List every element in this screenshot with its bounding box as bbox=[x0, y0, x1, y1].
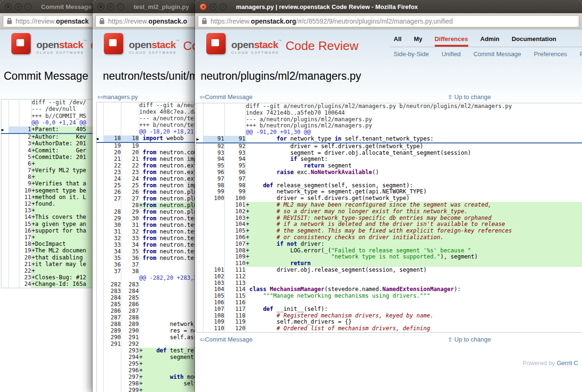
old-line-number[interactable] bbox=[9, 248, 19, 254]
old-line-number[interactable] bbox=[203, 234, 225, 241]
old-line-number[interactable]: 33 bbox=[104, 242, 121, 249]
new-line-number[interactable]: 299 bbox=[121, 387, 139, 392]
new-line-number[interactable]: 289 bbox=[121, 321, 139, 328]
old-line-number[interactable]: 37 bbox=[104, 268, 121, 275]
maximize-icon[interactable]: ▫ bbox=[219, 3, 227, 10]
new-line-number[interactable] bbox=[225, 110, 246, 117]
new-line-number[interactable]: 117 bbox=[225, 306, 246, 313]
old-line-number[interactable] bbox=[104, 381, 121, 387]
old-line-number[interactable] bbox=[203, 123, 225, 129]
new-line-number[interactable]: 94 bbox=[225, 156, 246, 163]
url-input[interactable]: https://review.openstack.org/#/c/85592/9… bbox=[198, 15, 579, 27]
subtab-unified[interactable]: Unified bbox=[441, 50, 460, 58]
old-line-number[interactable]: 288 bbox=[104, 321, 121, 328]
old-line-number[interactable]: 35 bbox=[104, 255, 121, 262]
old-line-number[interactable]: 27 bbox=[104, 196, 121, 202]
old-line-number[interactable]: 92 bbox=[203, 143, 225, 150]
old-line-number[interactable]: 26 bbox=[104, 189, 121, 196]
old-line-number[interactable] bbox=[203, 248, 225, 254]
old-line-number[interactable] bbox=[9, 194, 19, 201]
new-line-number[interactable]: 105 bbox=[225, 228, 246, 234]
close-icon[interactable]: × bbox=[97, 3, 104, 10]
new-line-number[interactable]: 296 bbox=[121, 367, 139, 374]
new-line-number[interactable]: 18 bbox=[121, 135, 139, 142]
tab-differences[interactable]: Differences bbox=[435, 35, 468, 47]
old-line-number[interactable] bbox=[9, 187, 19, 194]
old-line-number[interactable] bbox=[9, 113, 19, 119]
subtab-commit-message[interactable]: Commit Message bbox=[473, 50, 521, 58]
new-line-number[interactable]: 100 bbox=[225, 195, 246, 202]
old-line-number[interactable]: 32 bbox=[104, 235, 121, 242]
old-line-number[interactable]: 19 bbox=[104, 142, 121, 150]
new-line-number[interactable]: 107 bbox=[225, 241, 246, 248]
subtab-patch-sets[interactable]: Patch bbox=[580, 50, 582, 58]
new-line-number[interactable] bbox=[225, 117, 246, 123]
back-link[interactable]: managers.py bbox=[102, 93, 138, 100]
old-line-number[interactable] bbox=[104, 387, 121, 392]
old-line-number[interactable] bbox=[104, 367, 121, 374]
old-line-number[interactable] bbox=[9, 106, 19, 113]
new-line-number[interactable]: 291 bbox=[121, 334, 139, 341]
new-line-number[interactable]: 293 bbox=[121, 348, 139, 354]
old-line-number[interactable]: 285 bbox=[104, 301, 121, 308]
new-line-number[interactable] bbox=[121, 275, 139, 282]
new-line-number[interactable]: 285 bbox=[121, 295, 139, 301]
new-line-number[interactable]: 106 bbox=[225, 234, 246, 241]
new-line-number[interactable]: 2 bbox=[19, 133, 32, 141]
new-line-number[interactable]: 93 bbox=[225, 150, 246, 157]
minimize-icon[interactable]: – bbox=[107, 3, 114, 10]
old-line-number[interactable]: 290 bbox=[104, 334, 121, 341]
old-line-number[interactable]: 99 bbox=[203, 189, 225, 195]
new-line-number[interactable]: 29 bbox=[121, 209, 139, 216]
new-line-number[interactable]: 118 bbox=[225, 313, 246, 319]
old-line-number[interactable] bbox=[9, 228, 19, 234]
new-line-number[interactable]: 7 bbox=[19, 167, 32, 174]
new-line-number[interactable]: 115 bbox=[225, 293, 246, 300]
new-line-number[interactable]: 36 bbox=[121, 255, 139, 262]
new-line-number[interactable]: 6 bbox=[19, 161, 32, 167]
old-line-number[interactable] bbox=[104, 116, 121, 122]
old-line-number[interactable] bbox=[9, 221, 19, 227]
new-line-number[interactable]: 25 bbox=[121, 183, 139, 189]
old-line-number[interactable]: 287 bbox=[104, 315, 121, 321]
old-line-number[interactable]: 97 bbox=[203, 176, 225, 183]
new-line-number[interactable]: 32 bbox=[121, 229, 139, 235]
new-line-number[interactable]: 17 bbox=[19, 234, 32, 241]
old-line-number[interactable]: 30 bbox=[104, 222, 121, 229]
new-line-number[interactable]: 10 bbox=[19, 187, 32, 194]
old-line-number[interactable] bbox=[203, 209, 225, 215]
new-line-number[interactable] bbox=[121, 116, 139, 122]
new-line-number[interactable]: 34 bbox=[121, 242, 139, 249]
new-line-number[interactable]: 294 bbox=[121, 354, 139, 361]
old-line-number[interactable]: 102 bbox=[203, 274, 225, 280]
new-line-number[interactable] bbox=[121, 129, 139, 135]
old-line-number[interactable] bbox=[203, 103, 225, 110]
old-line-number[interactable]: 284 bbox=[104, 295, 121, 301]
old-line-number[interactable] bbox=[9, 201, 19, 208]
maximize-icon[interactable]: ▫ bbox=[25, 3, 32, 10]
old-line-number[interactable]: 100 bbox=[203, 195, 225, 202]
old-line-number[interactable] bbox=[203, 110, 225, 117]
new-line-number[interactable]: 108 bbox=[225, 248, 246, 254]
old-line-number[interactable]: 98 bbox=[203, 183, 225, 189]
old-line-number[interactable] bbox=[203, 215, 225, 222]
old-line-number[interactable]: 91 bbox=[203, 136, 225, 143]
new-line-number[interactable]: 23 bbox=[121, 169, 139, 176]
old-line-number[interactable]: 104 bbox=[203, 286, 225, 293]
up-to-change-link[interactable]: Up to change bbox=[455, 93, 491, 100]
new-line-number[interactable] bbox=[121, 102, 139, 109]
old-line-number[interactable]: 25 bbox=[104, 183, 121, 189]
new-line-number[interactable]: 286 bbox=[121, 301, 139, 308]
old-line-number[interactable] bbox=[104, 122, 121, 129]
old-line-number[interactable] bbox=[104, 129, 121, 135]
old-line-number[interactable] bbox=[9, 126, 19, 133]
new-line-number[interactable]: 11 bbox=[19, 194, 32, 201]
old-line-number[interactable]: 21 bbox=[104, 156, 121, 163]
old-line-number[interactable] bbox=[104, 348, 121, 354]
new-line-number[interactable]: 290 bbox=[121, 328, 139, 334]
new-line-number[interactable] bbox=[19, 106, 32, 113]
old-line-number[interactable] bbox=[203, 202, 225, 209]
minimize-icon[interactable]: – bbox=[210, 3, 217, 10]
old-line-number[interactable] bbox=[104, 374, 121, 381]
old-line-number[interactable] bbox=[203, 228, 225, 234]
